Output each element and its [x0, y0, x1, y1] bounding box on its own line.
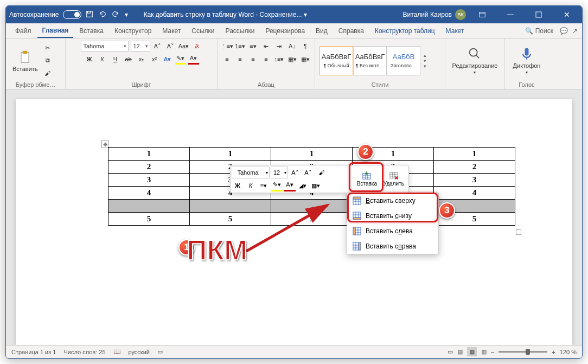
zoom-out-button[interactable]: − — [491, 349, 494, 355]
align-left-icon[interactable]: ≡ — [222, 54, 233, 65]
mini-bold[interactable]: Ж — [232, 180, 244, 191]
indent-icon[interactable]: ⇥ — [274, 41, 285, 52]
search-box[interactable]: 🔍Поиск — [525, 27, 553, 35]
insert-col-right[interactable]: Вставить справа — [347, 239, 438, 254]
mini-font-combo[interactable]: Tahoma — [232, 167, 270, 178]
tab-table-layout[interactable]: Макет — [441, 24, 469, 37]
superscript-icon[interactable]: x² — [149, 54, 160, 65]
document-title: Как добавить строку в таблицу Word - Сох… — [143, 11, 306, 18]
shading-icon[interactable]: ▦▾ — [287, 54, 298, 65]
comments-icon[interactable]: 💬 — [560, 27, 568, 35]
align-center-icon[interactable]: ≡ — [235, 54, 246, 65]
maximize-button[interactable] — [527, 6, 551, 23]
cut-icon[interactable]: ✂ — [42, 43, 53, 54]
insert-col-left[interactable]: Вставить слева — [347, 223, 438, 239]
style-normal[interactable]: АаБбВвГ¶ Обычный — [319, 46, 353, 75]
tab-design[interactable]: Конструктор — [110, 24, 156, 37]
svg-rect-5 — [23, 50, 28, 53]
mini-fontcolor-icon[interactable]: A▾ — [284, 180, 296, 191]
read-view-icon[interactable]: ▤ — [457, 348, 463, 355]
share-icon[interactable]: ↗ — [572, 27, 578, 35]
underline-button[interactable]: Ч — [110, 54, 121, 65]
format-painter-icon[interactable]: 🖌 — [42, 68, 53, 79]
tab-help[interactable]: Справка — [334, 24, 369, 37]
style-nospacing[interactable]: АаБбВвГ¶ Без инте… — [353, 46, 387, 75]
mini-align-icon[interactable]: ≡▾ — [258, 180, 270, 191]
page: ✥ 11111 22222 33333 44444 55555 Tahoma 1… — [16, 99, 572, 345]
web-view-icon[interactable]: ▥ — [481, 348, 487, 355]
numbering-icon[interactable]: 1≡▾ — [235, 41, 246, 52]
font-size-combo[interactable]: 12 — [131, 41, 150, 52]
borders-icon[interactable]: ▦▾ — [300, 54, 311, 65]
outdent-icon[interactable]: ⇤ — [261, 41, 272, 52]
showmarks-icon[interactable]: ¶ — [300, 41, 311, 52]
multilevel-icon[interactable]: ≡▾ — [248, 41, 259, 52]
autosave-toggle[interactable] — [63, 10, 81, 19]
redo-icon[interactable] — [112, 10, 119, 20]
focus-view-icon[interactable]: ▭ — [448, 348, 453, 355]
mini-painter-icon[interactable]: 🖌 — [315, 167, 327, 178]
align-right-icon[interactable]: ≡ — [248, 54, 259, 65]
copy-icon[interactable]: ⧉ — [42, 55, 53, 66]
font-color-icon[interactable]: A▾ — [188, 54, 199, 65]
mini-highlight-icon[interactable]: ✎▾ — [271, 180, 283, 191]
dictate-button[interactable]: Диктофон ▾ — [511, 45, 543, 76]
user-account[interactable]: Виталий Каиров ВК — [402, 9, 466, 20]
text-effects-icon[interactable]: A▾ — [162, 54, 173, 65]
table-resize-handle[interactable] — [516, 229, 521, 235]
grow-font-icon[interactable]: A˄ — [152, 41, 163, 52]
close-button[interactable]: ✕ — [555, 6, 579, 23]
tab-table-design[interactable]: Конструктор таблиц — [370, 24, 440, 37]
svg-rect-11 — [353, 197, 361, 199]
subscript-icon[interactable]: x₂ — [136, 54, 147, 65]
paste-button[interactable]: Вставить — [10, 48, 40, 73]
line-spacing-icon[interactable]: ↕≡▾ — [274, 54, 285, 65]
sort-icon[interactable]: A↓ — [287, 41, 298, 52]
mini-italic[interactable]: К — [245, 180, 257, 191]
zoom-in-button[interactable]: + — [552, 349, 555, 355]
zoom-slider[interactable] — [498, 351, 547, 353]
mini-insert-button[interactable]: Вставка — [355, 167, 379, 190]
shrink-font-icon[interactable]: A˅ — [165, 41, 176, 52]
clear-format-icon[interactable]: A̷ — [191, 41, 202, 52]
italic-button[interactable]: К — [97, 54, 108, 65]
insert-row-above[interactable]: Вставить сверху — [347, 193, 438, 208]
strike-button[interactable]: ab — [123, 54, 134, 65]
insert-row-below[interactable]: Вставить снизу — [347, 208, 438, 223]
change-case-icon[interactable]: Aa▾ — [178, 41, 189, 52]
style-heading1[interactable]: АаБбВЗаголово… — [387, 46, 420, 75]
annotation-badge-1: 1 — [178, 239, 195, 256]
zoom-level[interactable]: 120 % — [560, 349, 577, 355]
tab-home[interactable]: Главная — [37, 24, 74, 38]
mini-shading-icon[interactable]: ◢▾ — [297, 180, 309, 191]
mini-shrink-icon[interactable]: A˅ — [302, 167, 314, 178]
status-words[interactable]: Число слов: 25 — [63, 349, 105, 355]
tab-layout[interactable]: Макет — [157, 24, 186, 37]
tab-file[interactable]: Файл — [10, 24, 36, 37]
bullets-icon[interactable]: ⋮≡▾ — [222, 41, 233, 52]
mini-delete-button[interactable]: Удалить — [381, 167, 406, 190]
minimize-button[interactable]: ─ — [498, 6, 522, 23]
mini-borders-icon[interactable]: ▦▾ — [310, 180, 322, 191]
status-language[interactable]: русский — [129, 349, 150, 355]
undo-icon[interactable] — [99, 10, 106, 20]
macro-icon[interactable]: ▭ — [157, 348, 163, 355]
ribbon-mode-icon[interactable] — [470, 6, 494, 23]
spellcheck-icon[interactable]: 📖 — [113, 348, 121, 355]
tab-mailings[interactable]: Рассылки — [221, 24, 260, 37]
bold-button[interactable]: Ж — [84, 54, 95, 65]
save-icon[interactable] — [86, 10, 93, 20]
mini-size-combo[interactable]: 12 — [271, 167, 288, 178]
justify-icon[interactable]: ≡ — [261, 54, 272, 65]
editing-button[interactable]: Редактирование ▾ — [450, 45, 500, 76]
status-page[interactable]: Страница 1 из 1 — [11, 349, 56, 355]
print-view-icon[interactable]: ▦ — [467, 347, 477, 356]
font-name-combo[interactable]: Tahoma — [81, 41, 129, 52]
highlight-icon[interactable]: ✎▾ — [175, 54, 186, 65]
mini-grow-icon[interactable]: A˄ — [289, 167, 301, 178]
svg-rect-13 — [353, 218, 361, 220]
tab-insert[interactable]: Вставка — [74, 24, 108, 37]
tab-review[interactable]: Рецензирова — [260, 24, 310, 37]
tab-view[interactable]: Вид — [311, 24, 333, 37]
tab-references[interactable]: Ссылки — [187, 24, 219, 37]
